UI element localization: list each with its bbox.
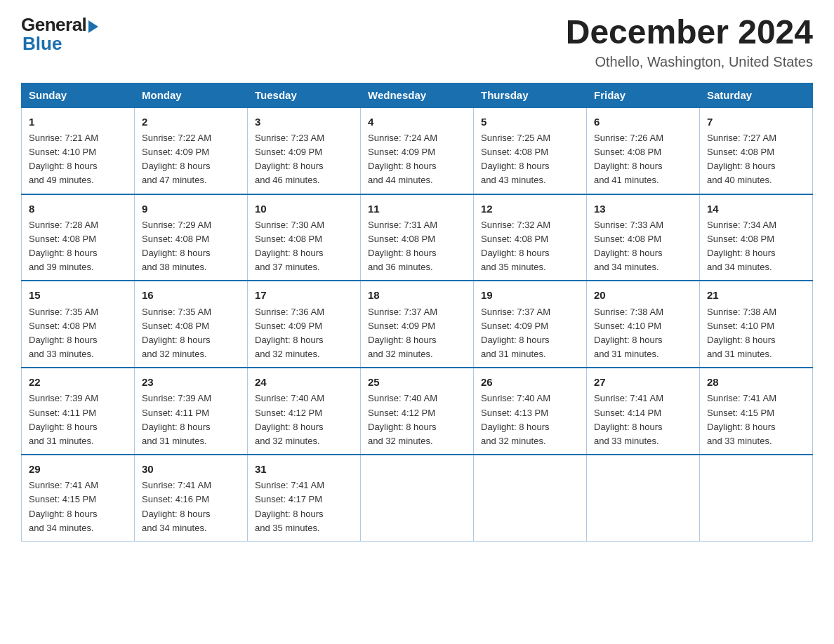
col-header-wednesday: Wednesday bbox=[361, 83, 474, 107]
day-info-line: and 33 minutes. bbox=[29, 349, 94, 359]
day-number: 7 bbox=[707, 114, 805, 130]
day-info-line: Sunset: 4:08 PM bbox=[255, 234, 322, 244]
day-number: 20 bbox=[594, 287, 692, 303]
day-info-line: Sunrise: 7:29 AM bbox=[142, 220, 211, 230]
day-info-line: Daylight: 8 hours bbox=[707, 161, 776, 171]
calendar-day-cell: 13Sunrise: 7:33 AMSunset: 4:08 PMDayligh… bbox=[587, 194, 700, 281]
day-info-line: Daylight: 8 hours bbox=[255, 248, 324, 258]
calendar-empty-cell bbox=[700, 455, 813, 541]
day-info-line: Daylight: 8 hours bbox=[368, 248, 437, 258]
day-number: 15 bbox=[29, 287, 127, 303]
calendar-empty-cell bbox=[361, 455, 474, 541]
day-info-line: Sunset: 4:10 PM bbox=[29, 147, 96, 157]
day-info-line: Daylight: 8 hours bbox=[142, 248, 211, 258]
calendar-week-row: 8Sunrise: 7:28 AMSunset: 4:08 PMDaylight… bbox=[22, 194, 813, 281]
day-info-line: Sunrise: 7:22 AM bbox=[142, 133, 211, 143]
day-number: 22 bbox=[29, 374, 127, 390]
day-info-line: Daylight: 8 hours bbox=[594, 248, 663, 258]
day-info-line: and 31 minutes. bbox=[142, 436, 207, 446]
title-section: December 2024 Othello, Washington, Unite… bbox=[566, 14, 813, 70]
day-info-line: Daylight: 8 hours bbox=[481, 248, 550, 258]
day-info-line: Sunrise: 7:28 AM bbox=[29, 220, 98, 230]
day-info-line: Sunset: 4:08 PM bbox=[142, 234, 209, 244]
day-info-line: and 34 minutes. bbox=[142, 523, 207, 533]
day-info-line: Sunrise: 7:41 AM bbox=[29, 480, 98, 490]
day-info-line: Daylight: 8 hours bbox=[368, 161, 437, 171]
calendar-day-cell: 11Sunrise: 7:31 AMSunset: 4:08 PMDayligh… bbox=[361, 194, 474, 281]
day-info: Sunrise: 7:39 AMSunset: 4:11 PMDaylight:… bbox=[142, 391, 240, 448]
day-info: Sunrise: 7:33 AMSunset: 4:08 PMDaylight:… bbox=[594, 218, 692, 275]
day-info-line: Sunrise: 7:39 AM bbox=[142, 393, 211, 403]
day-info-line: Sunset: 4:14 PM bbox=[594, 408, 661, 418]
calendar-day-cell: 5Sunrise: 7:25 AMSunset: 4:08 PMDaylight… bbox=[474, 107, 587, 194]
day-info-line: and 34 minutes. bbox=[594, 262, 659, 272]
logo: General Blue bbox=[21, 14, 98, 55]
location-title: Othello, Washington, United States bbox=[566, 54, 813, 70]
day-info-line: Daylight: 8 hours bbox=[255, 509, 324, 519]
day-info-line: Daylight: 8 hours bbox=[707, 248, 776, 258]
calendar-day-cell: 9Sunrise: 7:29 AMSunset: 4:08 PMDaylight… bbox=[135, 194, 248, 281]
day-info-line: Sunrise: 7:41 AM bbox=[142, 480, 211, 490]
day-number: 9 bbox=[142, 201, 240, 217]
page-header: General Blue December 2024 Othello, Wash… bbox=[21, 14, 813, 70]
day-info-line: Sunset: 4:09 PM bbox=[368, 321, 435, 331]
day-info-line: and 33 minutes. bbox=[707, 436, 772, 446]
day-info: Sunrise: 7:41 AMSunset: 4:14 PMDaylight:… bbox=[594, 391, 692, 448]
day-info-line: Sunset: 4:08 PM bbox=[368, 234, 435, 244]
day-info: Sunrise: 7:34 AMSunset: 4:08 PMDaylight:… bbox=[707, 218, 805, 275]
col-header-tuesday: Tuesday bbox=[248, 83, 361, 107]
day-info-line: Daylight: 8 hours bbox=[368, 335, 437, 345]
calendar-week-row: 22Sunrise: 7:39 AMSunset: 4:11 PMDayligh… bbox=[22, 368, 813, 455]
day-info-line: Daylight: 8 hours bbox=[594, 161, 663, 171]
day-info-line: Sunset: 4:09 PM bbox=[142, 147, 209, 157]
day-info-line: Daylight: 8 hours bbox=[142, 335, 211, 345]
day-info-line: Sunset: 4:15 PM bbox=[29, 494, 96, 504]
day-info-line: Sunrise: 7:32 AM bbox=[481, 220, 550, 230]
day-info-line: and 39 minutes. bbox=[29, 262, 94, 272]
day-number: 30 bbox=[142, 461, 240, 477]
day-number: 23 bbox=[142, 374, 240, 390]
day-info-line: and 37 minutes. bbox=[255, 262, 320, 272]
day-info-line: Daylight: 8 hours bbox=[481, 422, 550, 432]
calendar-day-cell: 19Sunrise: 7:37 AMSunset: 4:09 PMDayligh… bbox=[474, 281, 587, 368]
day-info-line: Sunrise: 7:41 AM bbox=[594, 393, 663, 403]
day-info-line: Daylight: 8 hours bbox=[255, 335, 324, 345]
day-info-line: Sunset: 4:09 PM bbox=[255, 321, 322, 331]
day-info: Sunrise: 7:24 AMSunset: 4:09 PMDaylight:… bbox=[368, 131, 466, 188]
day-info-line: Sunrise: 7:34 AM bbox=[707, 220, 776, 230]
day-number: 11 bbox=[368, 201, 466, 217]
day-info-line: Daylight: 8 hours bbox=[594, 422, 663, 432]
day-info-line: Sunrise: 7:40 AM bbox=[368, 393, 437, 403]
calendar-day-cell: 25Sunrise: 7:40 AMSunset: 4:12 PMDayligh… bbox=[361, 368, 474, 455]
day-info-line: Sunset: 4:08 PM bbox=[707, 234, 774, 244]
day-number: 26 bbox=[481, 374, 579, 390]
day-info-line: Sunrise: 7:25 AM bbox=[481, 133, 550, 143]
day-info: Sunrise: 7:31 AMSunset: 4:08 PMDaylight:… bbox=[368, 218, 466, 275]
day-info-line: Sunset: 4:08 PM bbox=[707, 147, 774, 157]
day-info: Sunrise: 7:35 AMSunset: 4:08 PMDaylight:… bbox=[142, 305, 240, 362]
day-info-line: Sunset: 4:09 PM bbox=[255, 147, 322, 157]
calendar-day-cell: 24Sunrise: 7:40 AMSunset: 4:12 PMDayligh… bbox=[248, 368, 361, 455]
day-info-line: and 41 minutes. bbox=[594, 175, 659, 185]
calendar-week-row: 15Sunrise: 7:35 AMSunset: 4:08 PMDayligh… bbox=[22, 281, 813, 368]
day-info-line: and 31 minutes. bbox=[594, 349, 659, 359]
calendar-day-cell: 17Sunrise: 7:36 AMSunset: 4:09 PMDayligh… bbox=[248, 281, 361, 368]
day-info-line: Daylight: 8 hours bbox=[142, 509, 211, 519]
day-info-line: Daylight: 8 hours bbox=[707, 335, 776, 345]
day-info: Sunrise: 7:41 AMSunset: 4:16 PMDaylight:… bbox=[142, 478, 240, 535]
day-info: Sunrise: 7:30 AMSunset: 4:08 PMDaylight:… bbox=[255, 218, 353, 275]
day-info-line: Daylight: 8 hours bbox=[29, 161, 98, 171]
day-info-line: Daylight: 8 hours bbox=[142, 161, 211, 171]
day-info: Sunrise: 7:22 AMSunset: 4:09 PMDaylight:… bbox=[142, 131, 240, 188]
day-number: 2 bbox=[142, 114, 240, 130]
day-info-line: Sunrise: 7:38 AM bbox=[594, 307, 663, 317]
day-info: Sunrise: 7:41 AMSunset: 4:15 PMDaylight:… bbox=[707, 391, 805, 448]
day-number: 14 bbox=[707, 201, 805, 217]
day-info-line: Sunset: 4:17 PM bbox=[255, 494, 322, 504]
day-info-line: Sunset: 4:10 PM bbox=[594, 321, 661, 331]
day-info-line: and 32 minutes. bbox=[481, 436, 546, 446]
day-number: 1 bbox=[29, 114, 127, 130]
day-info: Sunrise: 7:25 AMSunset: 4:08 PMDaylight:… bbox=[481, 131, 579, 188]
day-info-line: Daylight: 8 hours bbox=[594, 335, 663, 345]
day-info: Sunrise: 7:39 AMSunset: 4:11 PMDaylight:… bbox=[29, 391, 127, 448]
